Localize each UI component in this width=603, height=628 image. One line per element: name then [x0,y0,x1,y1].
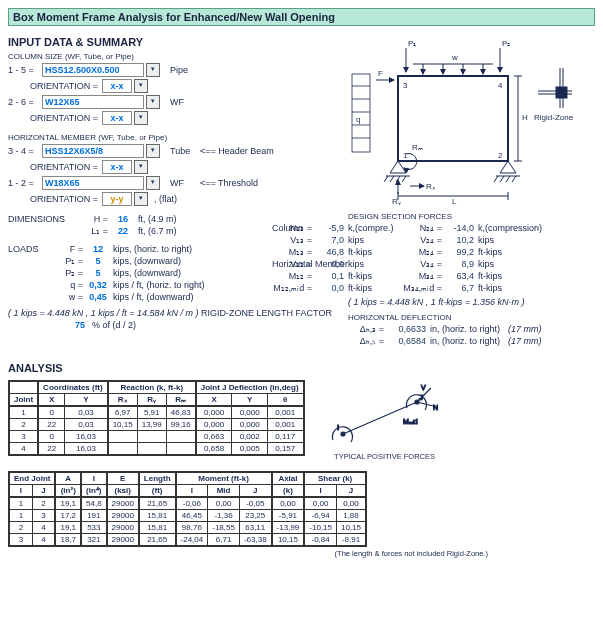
svg-line-18 [390,176,394,182]
input-heading: INPUT DATA & SUMMARY [8,36,348,48]
dsf-val: 8,9 [442,259,474,269]
svg-text:J: J [419,393,423,402]
hd1-u: in, (horiz. to right) [430,324,500,334]
table-cell: 10,15 [272,534,305,547]
H-label: H = [78,214,108,224]
q-label: q = [53,280,83,290]
dsf-sym: V₂₄ = [402,235,442,245]
dsf-sym: V₃₄ = [402,259,442,269]
table-cell: 29000 [107,522,139,534]
fig-caption: TYPICAL POSITIVE FORCES [325,452,445,461]
svg-text:P₂: P₂ [502,39,510,48]
table-cell: 0,001 [267,419,303,431]
hd2-u: in, (horiz. to right) [430,336,500,346]
svg-text:4: 4 [498,81,503,90]
dsf-val: -5,9 [312,223,344,233]
svg-line-17 [384,176,388,182]
H-val: 16 [108,214,138,224]
table-cell: 46,83 [166,406,196,419]
dropdown-icon[interactable]: ▾ [134,79,148,93]
orient-label: ORIENTATION = [8,81,102,91]
table-cell: -8,91 [336,534,366,547]
q-unit: kips / ft, (horiz. to right) [113,280,205,290]
table-cell: 1 [9,497,32,510]
table-cell: -13,99 [272,522,305,534]
table-cell: -5,91 [272,510,305,522]
dropdown-icon[interactable]: ▾ [134,192,148,206]
svg-text:I: I [337,423,339,432]
table-cell: 1 [9,406,38,419]
dsf-unit: ft-kips [478,283,502,293]
c15-input[interactable]: HSS12.500X0.500 [42,63,144,77]
table-cell [166,431,196,443]
t2-note: (The length & forces not included Rigid-… [8,549,488,558]
svg-point-54 [341,432,345,436]
P2-unit: kips, (downward) [113,268,181,278]
hd1-v: 0,6633 [384,324,426,334]
w-label: w = [53,292,83,302]
svg-text:Rₓ: Rₓ [426,182,436,191]
svg-rect-37 [556,87,567,98]
h12-orient[interactable]: y-y [102,192,132,206]
svg-text:Rigid-Zone: Rigid-Zone [534,113,574,122]
w-val: 0,45 [83,292,113,302]
h34-input[interactable]: HSS12X6X5/8 [42,144,144,158]
hd1-m: (17 mm) [508,324,542,334]
hd1-l: Δₕ,₃ = [348,324,384,334]
table-cell: 18,7 [55,534,81,547]
dropdown-icon[interactable]: ▾ [134,111,148,125]
table-cell: 0 [38,431,65,443]
dsf-val: 6,7 [442,283,474,293]
dropdown-icon[interactable]: ▾ [146,144,160,158]
table-cell [137,431,166,443]
L1-unit: ft, (6.7 m) [138,226,177,236]
svg-line-57 [417,402,433,406]
table-cell: 0 [38,406,65,419]
table-cell: 2 [32,497,55,510]
h12-input[interactable]: W18X65 [42,176,144,190]
L1-val: 22 [108,226,138,236]
table-cell: 4 [32,534,55,547]
table-cell: 0,663 [196,431,232,443]
c26-orient[interactable]: x-x [102,111,132,125]
dropdown-icon[interactable]: ▾ [146,63,160,77]
table-cell: 17,2 [55,510,81,522]
dsf-unit: ft-kips [348,247,402,257]
dsf-unit: ft-kips [348,283,402,293]
P1-label: P₁ = [53,256,83,266]
c15-orient[interactable]: x-x [102,79,132,93]
h34-label: 3 - 4 = [8,146,42,156]
hd2-l: Δₕ,₅ = [348,336,384,346]
table-cell: 29000 [107,534,139,547]
table-cell: -63,38 [239,534,271,547]
table-cell: 6,97 [108,406,138,419]
table-cell: 19,1 [55,497,81,510]
P2-label: P₂ = [53,268,83,278]
table-cell: 0,000 [232,419,268,431]
dropdown-icon[interactable]: ▾ [146,95,160,109]
dropdown-icon[interactable]: ▾ [146,176,160,190]
table-cell: -1,36 [208,510,240,522]
hd2-m: (17 mm) [508,336,542,346]
table-cell: 3 [32,510,55,522]
c26-input[interactable]: W12X65 [42,95,144,109]
dsf-sym: M₃₄,ₘᵢd = [402,283,442,293]
dropdown-icon[interactable]: ▾ [134,160,148,174]
dsf-heading: DESIGN SECTION FORCES [348,212,578,221]
table-cell: 29000 [107,510,139,522]
table-cell: -24,04 [176,534,208,547]
F-unit: kips, (horiz. to right) [113,244,192,254]
table-cell: 21,65 [139,534,176,547]
table-cell: 2 [9,522,32,534]
svg-line-20 [402,176,406,182]
dsf-unit: kips [478,259,494,269]
table-cell: 0,117 [267,431,303,443]
table-cell: 3 [9,534,32,547]
table-cell: 29000 [107,497,139,510]
svg-text:q: q [356,115,360,124]
table-cell: 321 [81,534,107,547]
h34-orient[interactable]: x-x [102,160,132,174]
dsf-unit: kips [348,259,402,269]
c15-label: 1 - 5 = [8,65,42,75]
table-cell: 1,88 [336,510,366,522]
